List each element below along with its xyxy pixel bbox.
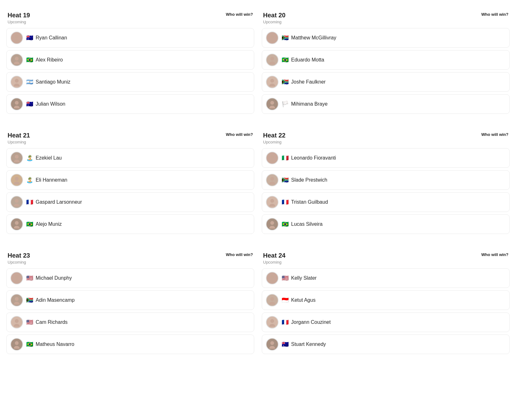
- who-will-win-label[interactable]: Who will win?: [481, 131, 508, 137]
- heat-title: Heat 21: [8, 131, 30, 139]
- heat-status: Upcoming: [8, 140, 30, 144]
- who-will-win-label[interactable]: Who will win?: [226, 11, 253, 17]
- svg-point-19: [14, 182, 20, 184]
- country-flag: 🏝️: [26, 155, 33, 161]
- avatar: [10, 196, 23, 208]
- surfer-name: Stuart Kennedy: [291, 341, 326, 347]
- surfer-row[interactable]: 🇫🇷Gaspard Larsonneur: [6, 192, 254, 212]
- surfer-row[interactable]: 🇮🇹Leonardo Fioravanti: [262, 148, 510, 168]
- country-flag: 🏳️: [282, 101, 289, 108]
- svg-point-16: [15, 155, 19, 159]
- surfer-row[interactable]: 🇦🇷Santiago Muniz: [6, 72, 254, 92]
- svg-point-4: [15, 79, 19, 83]
- surfer-row[interactable]: 🏳️Mihimana Braye: [262, 94, 510, 114]
- avatar: [266, 174, 279, 186]
- heat-header: Heat 19UpcomingWho will win?: [6, 11, 254, 24]
- heat-23: Heat 23UpcomingWho will win? 🇺🇸Michael D…: [6, 247, 254, 359]
- svg-point-12: [270, 79, 274, 83]
- avatar: [266, 272, 279, 284]
- svg-point-47: [269, 346, 275, 349]
- avatar: [10, 338, 23, 351]
- heat-title: Heat 20: [263, 11, 285, 19]
- surfer-name: Santiago Muniz: [36, 79, 70, 85]
- country-flag: 🇦🇷: [26, 79, 33, 85]
- country-flag: 🇿🇦: [282, 79, 289, 85]
- surfer-row[interactable]: 🇧🇷Alex Ribeiro: [6, 50, 254, 70]
- surfer-name: Mihimana Braye: [291, 101, 328, 107]
- country-flag: 🇫🇷: [282, 199, 289, 206]
- svg-point-27: [269, 182, 275, 184]
- heat-21: Heat 21UpcomingWho will win? 🏝️Ezekiel L…: [6, 126, 254, 239]
- surfer-row[interactable]: 🇿🇦Adin Masencamp: [6, 290, 254, 310]
- surfer-row[interactable]: 🇧🇷Matheus Navarro: [6, 335, 254, 354]
- heat-status: Upcoming: [8, 260, 30, 265]
- surfer-row[interactable]: 🇦🇺Julian Wilson: [6, 94, 254, 114]
- surfer-row[interactable]: 🇿🇦Matthew McGillivray: [262, 28, 510, 48]
- who-will-win-label[interactable]: Who will win?: [226, 131, 253, 137]
- heat-status: Upcoming: [263, 260, 285, 265]
- who-will-win-label[interactable]: Who will win?: [481, 11, 508, 17]
- svg-point-37: [14, 324, 20, 327]
- surfer-name: Gaspard Larsonneur: [36, 199, 82, 205]
- country-flag: 🇮🇩: [282, 297, 289, 304]
- surfer-row[interactable]: 🇫🇷Tristan Guilbaud: [262, 192, 510, 212]
- heat-status: Upcoming: [263, 140, 285, 144]
- surfer-row[interactable]: 🇺🇸Cam Richards: [6, 312, 254, 332]
- svg-point-1: [14, 39, 20, 42]
- svg-point-6: [15, 101, 19, 105]
- heat-title: Heat 23: [8, 252, 30, 259]
- surfer-name: Cam Richards: [36, 319, 67, 325]
- surfer-name: Leonardo Fioravanti: [291, 155, 336, 161]
- svg-point-40: [270, 275, 274, 279]
- avatar: [10, 272, 23, 284]
- heats-grid: Heat 19UpcomingWho will win? 🇦🇺Ryan Call…: [6, 6, 510, 359]
- surfer-row[interactable]: 🇧🇷Lucas Silveira: [262, 214, 510, 234]
- surfer-name: Alex Ribeiro: [36, 57, 63, 63]
- avatar: [266, 196, 279, 208]
- who-will-win-label[interactable]: Who will win?: [481, 252, 508, 257]
- country-flag: 🇦🇺: [26, 34, 33, 41]
- surfer-name: Lucas Silveira: [291, 221, 323, 227]
- surfer-row[interactable]: 🇦🇺Ryan Callinan: [6, 28, 254, 48]
- who-will-win-label[interactable]: Who will win?: [226, 252, 253, 257]
- country-flag: 🇺🇸: [282, 275, 289, 282]
- svg-point-44: [270, 319, 274, 323]
- surfer-row[interactable]: 🇮🇩Ketut Agus: [262, 290, 510, 310]
- surfer-row[interactable]: 🏝️Ezekiel Lau: [6, 148, 254, 168]
- surfer-name: Slade Prestwich: [291, 177, 327, 183]
- surfer-name: Eli Hanneman: [36, 177, 67, 183]
- surfer-row[interactable]: 🇧🇷Eduardo Motta: [262, 50, 510, 70]
- surfer-row[interactable]: 🇿🇦Slade Prestwich: [262, 170, 510, 190]
- surfer-name: Ryan Callinan: [36, 35, 67, 41]
- surfer-row[interactable]: 🇫🇷Jorgann Couzinet: [262, 312, 510, 332]
- country-flag: 🇺🇸: [26, 319, 33, 326]
- avatar: [10, 218, 23, 230]
- surfer-name: Adin Masencamp: [36, 297, 75, 303]
- country-flag: 🇫🇷: [282, 319, 289, 326]
- heat-title-block: Heat 24Upcoming: [263, 252, 285, 265]
- svg-point-43: [269, 302, 275, 305]
- avatar: [266, 294, 279, 306]
- surfer-row[interactable]: 🏝️Eli Hanneman: [6, 170, 254, 190]
- heat-title-block: Heat 19Upcoming: [8, 11, 30, 24]
- country-flag: 🇧🇷: [26, 341, 33, 348]
- avatar: [10, 316, 23, 329]
- surfer-row[interactable]: 🇧🇷Alejo Muniz: [6, 214, 254, 234]
- svg-point-38: [15, 341, 19, 345]
- heat-title-block: Heat 22Upcoming: [263, 131, 285, 144]
- svg-point-33: [14, 280, 20, 283]
- surfer-row[interactable]: 🇺🇸Michael Dunphy: [6, 268, 254, 288]
- svg-point-30: [270, 221, 274, 225]
- svg-point-36: [15, 319, 19, 323]
- surfer-row[interactable]: 🇺🇸Kelly Slater: [262, 268, 510, 288]
- surfer-name: Michael Dunphy: [36, 275, 72, 281]
- heat-title: Heat 19: [8, 11, 30, 19]
- svg-point-22: [15, 221, 19, 225]
- surfer-row[interactable]: 🇿🇦Joshe Faulkner: [262, 72, 510, 92]
- surfer-name: Joshe Faulkner: [291, 79, 325, 85]
- svg-point-41: [269, 280, 275, 283]
- surfer-row[interactable]: 🇦🇺Stuart Kennedy: [262, 335, 510, 354]
- heat-header: Heat 22UpcomingWho will win?: [262, 131, 510, 144]
- svg-point-29: [269, 204, 275, 207]
- svg-point-10: [270, 57, 274, 61]
